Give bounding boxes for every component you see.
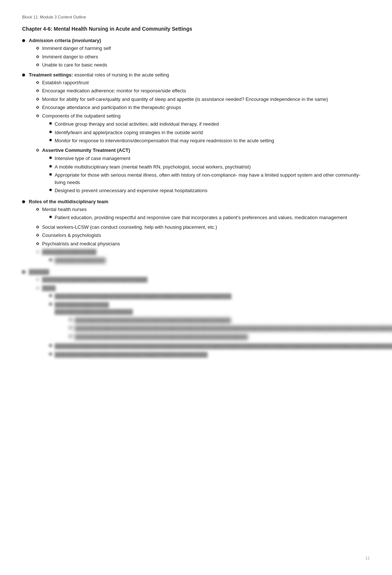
act-sub-list: Intensive type of case management A mobi… — [42, 155, 370, 194]
blurred-deeper-list: ████████████████████████████████████████… — [55, 317, 392, 341]
list-item-blurred-section: ██████ o ███████████████████████████████… — [22, 269, 370, 360]
list-item: Identify/learn and apple/practice coping… — [42, 129, 370, 136]
admission-item-1: Imminent danger of harming self — [42, 45, 370, 52]
list-item: o Unable to care for basic needs — [29, 61, 370, 69]
list-item: ███████████████ — [42, 257, 370, 264]
list-item-blurred: o ████ █████████████████████████████████… — [29, 285, 392, 360]
list-item-blurred: ████████████████████████████████████████… — [62, 325, 392, 332]
outpatient-sub-2: Identify/learn and apple/practice coping… — [55, 129, 370, 136]
admission-content: Admission criteria (involuntary) o Immin… — [29, 38, 370, 70]
treatment-label: Treatment settings: essential roles of n… — [29, 72, 370, 78]
admission-sub-list: o Imminent danger of harming self o Immi… — [29, 45, 370, 69]
list-item-treatment: Treatment settings: essential roles of n… — [22, 72, 370, 197]
square-bullet — [49, 216, 52, 218]
square-bullet — [49, 157, 52, 159]
admission-item-2: Imminent danger to others — [42, 53, 370, 61]
blurred-sub-item-2-label: ████ — [42, 285, 56, 291]
page-label: Block 11: Module 3 Content Outline — [22, 15, 370, 19]
square-bullet — [69, 335, 72, 337]
list-item-blurred: ████████████████████████████████████████… — [62, 317, 392, 324]
square-bullet — [49, 122, 52, 125]
square-bullet — [69, 327, 72, 329]
square-bullet — [69, 319, 72, 321]
list-item-blurred: o ████████████████ ███████████████ — [29, 248, 370, 265]
admission-label-bold: Admission criteria (involuntary) — [29, 38, 101, 43]
list-item-roles: Roles of the multidisciplinary team o Me… — [22, 199, 370, 266]
list-item-blurred: ████████████████████████████████████████… — [42, 293, 392, 300]
treatment-content: Treatment settings: essential roles of n… — [29, 72, 370, 197]
roles-label: Roles of the multidisciplinary team — [29, 199, 370, 204]
act-content: Assertive Community Treatment (ACT) Inte… — [42, 147, 370, 195]
list-item: o Encourage medication adherence; monito… — [29, 87, 370, 95]
square-bullet — [49, 165, 52, 167]
blurred-sub-item: ███████████████ — [55, 257, 370, 264]
list-item-blurred: ████████████████████████████████████████… — [42, 343, 392, 350]
blurred-deep-2: ███████████████████████ — [55, 308, 392, 316]
treatment-item-2: Encourage medication adherence; monitor … — [42, 87, 370, 95]
treatment-item-3: Monitor for ability for self-care/qualit… — [42, 96, 370, 103]
blurred-sub-item-1: ███████████████████████████████ — [42, 276, 392, 283]
square-bullet — [49, 295, 52, 297]
admission-label: Admission criteria (involuntary) — [29, 38, 370, 43]
list-item-counselors: o Counselors & psychologists — [29, 232, 370, 239]
roles-label-bold: Roles of the multidisciplinary team — [29, 199, 108, 204]
counselors-label: Counselors & psychologists — [42, 232, 370, 239]
blurred-deep-7: ████████████████████████████████████████… — [55, 351, 392, 358]
blurred-deep-3: ████████████████████████████████████████… — [75, 317, 392, 324]
outpatient-sub-3: Monitor for response to interventions/de… — [55, 137, 370, 144]
nurses-label: Mental health nurses — [42, 207, 87, 212]
act-label: Assertive Community Treatment (ACT) — [42, 147, 130, 153]
blurred-deep-2a: ████████████████ — [55, 302, 109, 307]
social-label: Social workers-LCSW (can conduct counsel… — [42, 224, 370, 231]
square-bullet — [49, 303, 52, 305]
blurred-main-sub-list: o ███████████████████████████████ o ████… — [29, 276, 392, 359]
blurred-deep-2-wrap: ████████████████ ███████████████████████… — [55, 301, 392, 342]
bullet-dot — [22, 74, 25, 76]
square-bullet — [49, 139, 52, 141]
treatment-label-bold: Treatment settings: — [29, 72, 73, 78]
list-item-outpatient: o Components of the outpatient setting C… — [29, 112, 370, 146]
blurred-deep-4a: ████████████████████████████████████████… — [75, 325, 392, 332]
bullet-dot — [22, 39, 25, 42]
roles-sub-list: o Mental health nurses Patient education… — [29, 206, 370, 265]
admission-item-3: Unable to care for basic needs — [42, 61, 370, 69]
treatment-label-normal: essential roles of nursing in the acute … — [73, 72, 169, 78]
blurred-main-label: ██████ — [29, 269, 392, 275]
outpatient-sub-list: Continue group therapy and social activi… — [42, 120, 370, 144]
list-item-act: o Assertive Community Treatment (ACT) In… — [29, 147, 370, 195]
treatment-item-1: Establish rapport/trust — [42, 79, 370, 86]
square-bullet — [49, 131, 52, 133]
list-item-blurred: ████████████████████████████████████████… — [42, 351, 392, 358]
roles-content: Roles of the multidisciplinary team o Me… — [29, 199, 370, 266]
square-bullet — [49, 344, 52, 347]
list-item: o Encourage attendance and participation… — [29, 104, 370, 111]
treatment-item-4: Encourage attendance and participation i… — [42, 104, 370, 111]
chapter-title: Chapter 4-6: Mental Health Nursing in Ac… — [22, 26, 370, 32]
main-content-list: Admission criteria (involuntary) o Immin… — [22, 38, 370, 360]
list-item: o Establish rapport/trust — [29, 79, 370, 86]
treatment-sub-list: o Establish rapport/trust o Encourage me… — [29, 79, 370, 195]
nurses-sub-1: Patient education, providing respectful … — [55, 214, 370, 221]
square-bullet — [49, 353, 52, 355]
blurred-deep-6: ████████████████████████████████████████… — [55, 343, 392, 350]
list-item-blurred: o ███████████████████████████████ — [29, 276, 392, 283]
blurred-sub-list: ███████████████ — [42, 257, 370, 264]
blurred-sub-item-2-wrap: ████ ███████████████████████████████████… — [42, 285, 392, 360]
outpatient-label: Components of the outpatient setting — [42, 113, 120, 119]
page-number: 11 — [365, 556, 370, 560]
nurses-content: Mental health nurses Patient education, … — [42, 206, 370, 222]
list-item: Monitor for response to interventions/de… — [42, 137, 370, 144]
list-item: o Imminent danger to others — [29, 53, 370, 61]
outpatient-sub-1: Continue group therapy and social activi… — [55, 120, 370, 128]
list-item-social: o Social workers-LCSW (can conduct couns… — [29, 224, 370, 231]
blurred-deep-1: ████████████████████████████████████████… — [55, 293, 392, 300]
list-item-blurred: ████████████████ ███████████████████████… — [42, 301, 392, 342]
list-item: A mobile multidisciplinary team (mental … — [42, 163, 370, 171]
list-item-admission: Admission criteria (involuntary) o Immin… — [22, 38, 370, 70]
bullet-dot-blurred — [22, 271, 25, 273]
list-item: Appropriate for those with serious menta… — [42, 171, 370, 186]
psychiatrists-label: Psychiatrists and medical physicians — [42, 240, 370, 248]
square-bullet — [49, 173, 52, 176]
blurred-item-5: ████████████████ ███████████████ — [42, 248, 370, 265]
list-item: Intensive type of case management — [42, 155, 370, 162]
